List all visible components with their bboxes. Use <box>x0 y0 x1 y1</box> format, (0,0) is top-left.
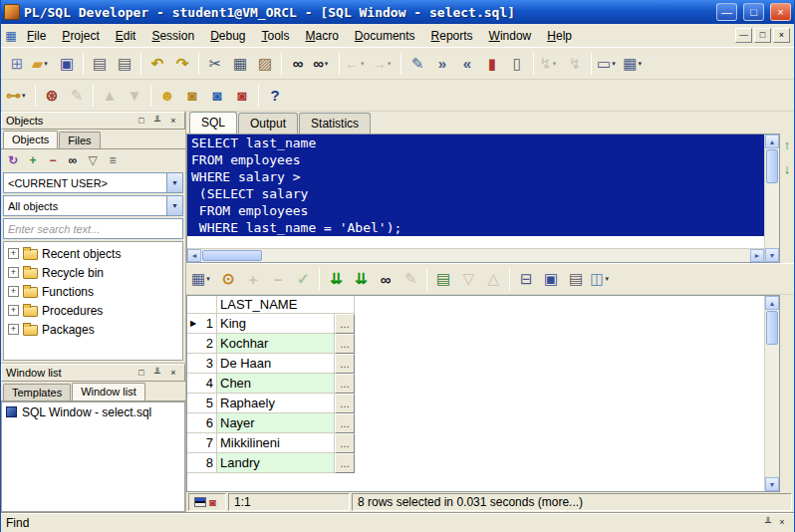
syntax-reference-button[interactable]: ▮ <box>480 52 504 76</box>
table-row[interactable]: 4Chen… <box>187 374 764 394</box>
menu-macro[interactable]: Macro <box>298 26 347 46</box>
sql-editor[interactable]: SELECT last_nameFROM employeesWHERE sala… <box>187 134 764 248</box>
menu-file[interactable]: File <box>19 26 54 46</box>
table-row[interactable]: 3De Haan… <box>187 354 764 374</box>
window-button[interactable]: ▭▾ <box>596 52 621 76</box>
scrollbar-thumb[interactable] <box>766 149 778 183</box>
scrollbar-thumb[interactable] <box>766 311 778 345</box>
describe-button[interactable]: ▯ <box>505 52 529 76</box>
lock-button[interactable]: ⊙ <box>216 267 240 291</box>
scroll-right-button[interactable]: ► <box>750 249 764 262</box>
dropdown-arrow-icon[interactable]: ▼ <box>166 173 182 192</box>
row-number-cell[interactable]: 2 <box>187 334 217 354</box>
last-name-cell[interactable]: Landry <box>217 453 335 473</box>
menu-documents[interactable]: Documents <box>347 26 423 46</box>
grid-options-button[interactable]: ▦▾ <box>190 267 215 291</box>
grid-corner-cell[interactable] <box>187 296 217 314</box>
table-row[interactable]: 2Kochhar… <box>187 334 764 354</box>
dropdown-arrow-icon[interactable]: ▾ <box>44 60 52 68</box>
expand-icon[interactable]: + <box>8 324 19 335</box>
next-statement-button[interactable]: ↓ <box>784 162 791 175</box>
menu-session[interactable]: Session <box>143 26 202 46</box>
single-record-view-button[interactable]: ⊟ <box>514 267 538 291</box>
tree-item-procedures[interactable]: +Procedures <box>4 301 182 320</box>
window-list-item[interactable]: SQL Window - select.sql <box>2 402 184 421</box>
open-button[interactable]: ▰▾ <box>30 52 54 76</box>
cell-ellipsis-button[interactable]: … <box>335 354 355 374</box>
dropdown-arrow-icon[interactable]: ▾ <box>638 60 646 68</box>
minimize-button[interactable]: — <box>716 3 737 21</box>
find-button[interactable]: ∞ <box>286 52 310 76</box>
table-row[interactable]: ▶1King… <box>187 314 764 334</box>
fetch-all-button[interactable]: ⇊ <box>349 267 373 291</box>
window-list-pin-button[interactable]: ╨ <box>150 367 164 380</box>
dropdown-arrow-icon[interactable]: ▾ <box>605 275 613 283</box>
window-list-close-button[interactable]: × <box>166 367 180 380</box>
save-button[interactable]: ▣ <box>55 52 79 76</box>
objects-close-button[interactable]: × <box>166 115 180 128</box>
tab-objects[interactable]: Objects <box>3 131 58 148</box>
find-data-button[interactable]: ∞ <box>374 267 398 291</box>
mdi-close-button[interactable]: × <box>773 28 790 43</box>
paste-button[interactable]: ▨ <box>253 52 277 76</box>
last-name-cell[interactable]: King <box>217 314 335 334</box>
search-input[interactable] <box>3 218 183 239</box>
scroll-up-button[interactable]: ▲ <box>765 134 779 148</box>
find-object-icon[interactable]: ∞ <box>64 151 82 169</box>
tab-statistics[interactable]: Statistics <box>299 113 371 133</box>
dropdown-arrow-icon[interactable]: ▾ <box>388 60 396 68</box>
find-close-button[interactable]: × <box>775 516 789 529</box>
indent-button[interactable]: » <box>430 52 454 76</box>
expand-icon[interactable]: + <box>8 286 19 297</box>
row-number-cell[interactable]: 5 <box>187 394 217 413</box>
table-row[interactable]: 8Landry… <box>187 453 764 473</box>
row-number-cell[interactable]: 6 <box>187 413 217 433</box>
export-data-button[interactable]: ▤ <box>431 267 455 291</box>
tab-window-list[interactable]: Window list <box>72 383 145 400</box>
scrollbar-track[interactable] <box>765 184 779 248</box>
mdi-restore-button[interactable]: □ <box>754 28 771 43</box>
dropdown-arrow-icon[interactable]: ▼ <box>166 196 182 215</box>
copy-button[interactable]: ▦ <box>228 52 252 76</box>
chart-button[interactable]: ◫▾ <box>589 267 614 291</box>
outdent-button[interactable]: « <box>455 52 479 76</box>
restore-button[interactable]: □ <box>743 3 764 21</box>
cell-ellipsis-button[interactable]: … <box>335 334 355 354</box>
menu-tools[interactable]: Tools <box>254 26 298 46</box>
new-command-window-button[interactable]: ◙ <box>205 84 229 108</box>
help-button[interactable]: ? <box>263 84 287 108</box>
menu-project[interactable]: Project <box>54 26 107 46</box>
menu-reports[interactable]: Reports <box>423 26 481 46</box>
objects-pin-button[interactable]: ╨ <box>150 115 164 128</box>
column-header-last-name[interactable]: LAST_NAME <box>217 296 355 314</box>
scrollbar-track[interactable] <box>263 249 750 262</box>
list-options-icon[interactable]: ≡ <box>104 151 122 169</box>
redo-button[interactable]: ↷ <box>170 52 194 76</box>
cell-ellipsis-button[interactable]: … <box>335 453 355 473</box>
row-number-cell[interactable]: ▶1 <box>187 314 217 334</box>
save-results-button[interactable]: ▣ <box>539 267 563 291</box>
new-report-window-button[interactable]: ◙ <box>230 84 254 108</box>
tab-templates[interactable]: Templates <box>3 384 71 400</box>
table-row[interactable]: 5Raphaely… <box>187 394 764 413</box>
undo-button[interactable]: ↶ <box>145 52 169 76</box>
objects-float-button[interactable]: □ <box>134 115 148 128</box>
window-list-float-button[interactable]: □ <box>134 367 148 380</box>
scroll-down-button[interactable]: ▼ <box>765 477 779 491</box>
menu-window[interactable]: Window <box>481 26 540 46</box>
cell-ellipsis-button[interactable]: … <box>335 433 355 453</box>
dropdown-arrow-icon[interactable]: ▾ <box>612 60 620 68</box>
find-pin-button[interactable]: ╨ <box>761 516 775 529</box>
logon-button[interactable]: ⊶▾ <box>5 84 31 108</box>
print-results-button[interactable]: ▤ <box>564 267 588 291</box>
editor-horizontal-scrollbar[interactable]: ◄ ► <box>187 248 764 262</box>
dropdown-arrow-icon[interactable]: ▾ <box>206 275 214 283</box>
expand-icon[interactable]: + <box>8 305 19 316</box>
tab-sql[interactable]: SQL <box>189 112 237 133</box>
tree-item-packages[interactable]: +Packages <box>4 320 182 339</box>
refresh-icon[interactable]: ↻ <box>4 151 22 169</box>
row-number-cell[interactable]: 3 <box>187 354 217 374</box>
last-name-cell[interactable]: Kochhar <box>217 334 335 354</box>
new-button[interactable]: ⊞ <box>5 52 29 76</box>
edit-with-button[interactable]: ✎ <box>405 52 429 76</box>
